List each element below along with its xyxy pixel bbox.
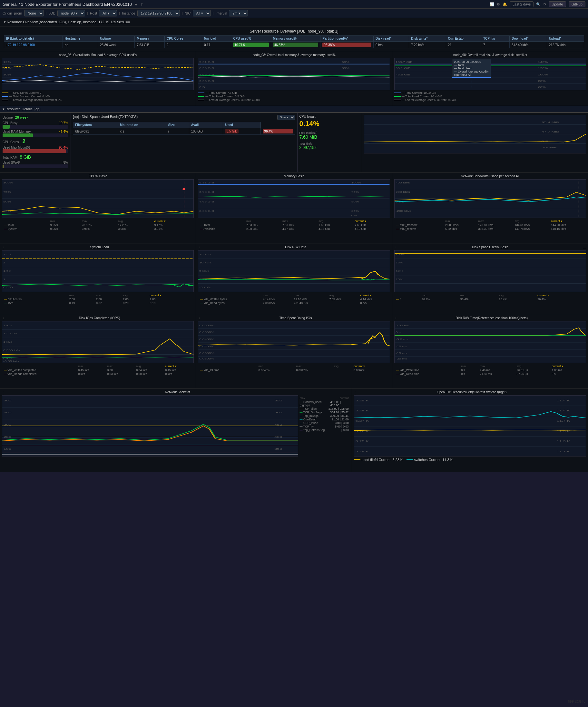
table-header-row: IP (Link to details) Hostname Uptime Mem… [4, 36, 584, 42]
sockstat-tcp-tw-vals: 5.00 | 0.03 [335, 425, 348, 428]
disk-rw-time-stats: min max avg current ▾ — vda_Write time 0… [394, 364, 586, 376]
used-max-mount-header: Used Max Mount(/) 96.4% [3, 146, 68, 149]
diops-writes-min: 0.45 io/s [77, 369, 105, 372]
sockstat-retrans-vals: | 0.03 [341, 429, 348, 432]
origin-prom-select[interactable]: None [24, 10, 44, 16]
sockstat-sockets-used: — Sockets_used (right-y) 410.00 | 410.00 [300, 400, 348, 407]
col-size: Size [166, 122, 189, 128]
info-bar-text: ▾ Resource Overview (associated JOB), Ho… [4, 20, 130, 24]
svg-text:-5.0 ms: -5.0 ms [395, 338, 409, 341]
cpu-basic-svg: 100% 75% 50% 25% [2, 179, 194, 217]
chart-block-file-descriptor: ⋮ Open File Descriptor(left)/Context swi… [352, 389, 588, 472]
filter-sep-1: | [46, 11, 47, 15]
settings-icon[interactable]: ⚙ [497, 2, 500, 6]
disk-rw-table: min max avg current ▾ — vda_Written byte… [198, 293, 390, 305]
cpu-busy-value: 10.7% [59, 121, 68, 125]
svg-text:2.33 GiB: 2.33 GiB [199, 80, 214, 82]
stats-system-current: 3.91% [153, 227, 194, 231]
dsp-min: min [420, 294, 458, 297]
total-filefield-row: Total filefd 2,097,152 [300, 141, 360, 150]
chart-legend-disk: — Total Current: 100.0 GiB — Total Used … [394, 91, 586, 102]
cell-memory: 7.63 GiB [135, 42, 164, 48]
sysload-cores-current: 2.00 [149, 298, 194, 301]
used-swap-bar [3, 164, 4, 168]
diops-max: max [106, 365, 134, 368]
time-io-stats: min max avg current ▾ — vda_IO time 0.05… [198, 364, 390, 372]
used-swap-row: Used SWAP N/A [3, 161, 68, 168]
bell-icon[interactable]: 🔔 [503, 2, 507, 6]
nic-select[interactable]: All ▾ [193, 10, 211, 16]
tio-avg-val [332, 369, 351, 372]
chart-title-disk: node_98: Overall total disk & average di… [394, 53, 586, 57]
mem-total-max: 7.63 GiB [281, 224, 317, 227]
svg-text:15 kb/s: 15 kb/s [199, 253, 211, 256]
mem-total-current: 7.63 GiB [353, 224, 389, 227]
overview-title: Server Resource Overview [JOB: node_98, … [4, 29, 584, 34]
svg-text:95.4 MiB: 95.4 MiB [542, 121, 559, 124]
time-io-svg: 0.0550% 0.0500% 0.0450% 0.0400% 0.0350% … [198, 322, 389, 363]
tio-min: min [257, 365, 294, 368]
network-bw-svg: 400 kb/s 200 kb/s 0 b/s -200 kb/s [394, 179, 586, 217]
cell-cpu-used: 10.71% [231, 42, 271, 48]
net-empty [395, 220, 443, 223]
file-desc-drag: ⋮ [354, 391, 357, 395]
used-swap-header: Used SWAP N/A [3, 161, 68, 164]
sysload-current: current ▾ [149, 294, 194, 297]
file-desc-svg: 5.29 K 5.28 K 5.27 K 5.26 K 5.25 K 5.24 … [354, 396, 586, 456]
svg-text:75%: 75% [3, 191, 11, 194]
col-avail: Avail [189, 122, 223, 128]
host-select[interactable]: All ▾ [99, 10, 117, 16]
search-icon[interactable]: 🔍 [536, 2, 541, 6]
svg-text:100%: 100% [351, 181, 361, 184]
instance-select[interactable]: 172.19.129.98:9100 [137, 10, 180, 16]
disk-rw-time-chart: 5.00 ms 0 s -5.0 ms -10 ms -15 ms -20 ms [394, 321, 586, 363]
sockstat-svg: 500 400 300 200 100 550 500 450 400 350 [2, 396, 298, 456]
svg-text:10%: 10% [3, 73, 11, 76]
charts-row-overview: node_98: Overall total 5m load & average… [0, 51, 588, 106]
disk-type-select[interactable]: Size ▾ [277, 115, 295, 120]
mem-total-row: — Total 7.63 GiB 7.63 GiB 7.63 GiB 7.63 … [199, 224, 389, 227]
chart-block-disk-iops: ⋮ Disk IOps Completed (IOPS) 2 io/s 1.50… [0, 314, 196, 388]
disk-space-pct-expand[interactable]: — [583, 246, 586, 249]
diops-empty [3, 365, 76, 368]
drw-read-avg [328, 301, 358, 305]
star-icon[interactable]: ★ [134, 2, 138, 6]
share-icon[interactable]: ⇧ [140, 2, 143, 6]
svg-text:400: 400 [274, 435, 282, 438]
drwt-write-row: — vda_Write time 0 s 2.46 ms 26.81 μs 1.… [395, 369, 585, 372]
sockstat-tcp-tw: — TCP_tw 5.00 | 0.03 [300, 425, 348, 428]
svg-text:0.0550%: 0.0550% [199, 324, 214, 327]
system-load-table: min max avg current ▾ — CPU cores 2.00 2… [2, 293, 194, 305]
time-range[interactable]: Last 2 days [510, 1, 533, 7]
github-button[interactable]: GitHub [569, 1, 585, 7]
col-filesystem: Filesystem [73, 122, 118, 128]
used-pct: 96.4% [264, 130, 273, 133]
interval-select[interactable]: 2m ▾ [229, 10, 248, 16]
drwt-write-max: 2.46 ms [479, 369, 515, 372]
dsp-slash-avg: 96.4% [497, 298, 535, 301]
svg-text:5.00 ms: 5.00 ms [395, 324, 409, 327]
tio-empty [199, 365, 256, 368]
sysload-15m-label: — 15m [3, 301, 67, 305]
col-disk-write: Disk write* [409, 36, 446, 42]
resource-details-divider[interactable]: ▾ Resource Details: [op] [0, 106, 588, 112]
job-select[interactable]: node_98 ▾ [57, 10, 85, 16]
drw-read-max: 231.48 B/s [293, 301, 327, 305]
cpu-busy-bar-container [3, 125, 68, 129]
refresh-icon[interactable]: ↻ [543, 2, 546, 6]
avail-badge: 3.5 GiB [225, 129, 238, 133]
drw-written-current: 4.14 kb/s [359, 298, 389, 301]
mem-col-min: min [245, 220, 280, 223]
tio-current-val: 0.0267% [352, 369, 389, 372]
cell-ip[interactable]: 172.19.129.98:9100 [4, 42, 63, 48]
disk-rw-stats: min max avg current ▾ — vda_Written byte… [198, 293, 390, 305]
disk-space-pct-stats: min max avg current ▾ — / 96.2% 96.4% 96… [394, 293, 586, 301]
cpu-busy-row: CPU Busy 10.7% [3, 121, 68, 129]
network-bw-table: min max avg current ▾ — eth0_transmit 26… [394, 219, 586, 231]
update-button[interactable]: Update [549, 1, 566, 7]
svg-text:2.50: 2.50 [3, 253, 11, 256]
svg-text:200: 200 [4, 435, 11, 438]
svg-text:0.500: 0.500 [3, 286, 13, 289]
disk-space-pct-svg: 100% 75% 50% 25% [394, 250, 586, 292]
disk-table-header: Filesystem Mounted on Size Avail Used [73, 122, 295, 128]
